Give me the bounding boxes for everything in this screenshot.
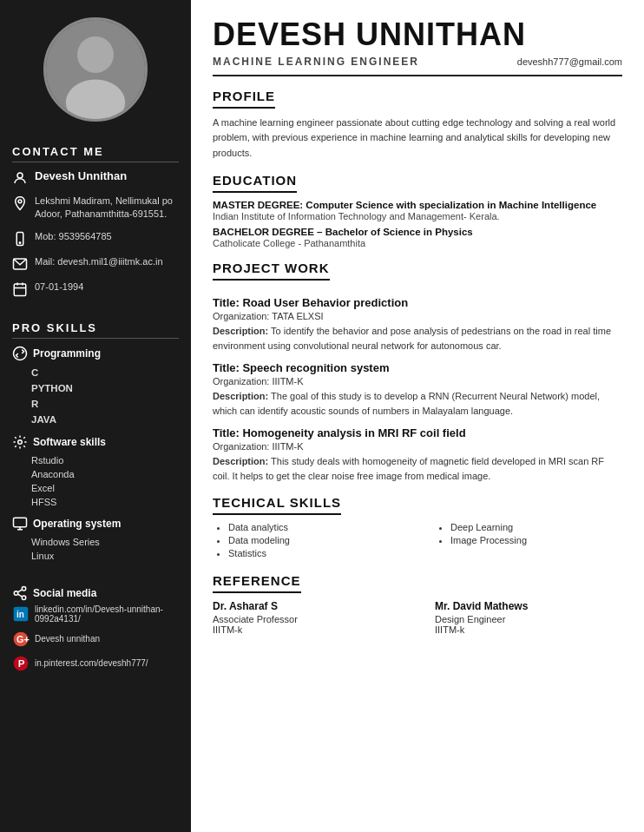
project-2: Title: Speech recognition system Organiz…: [213, 361, 622, 418]
contact-dob: 07-01-1994: [35, 281, 83, 294]
svg-rect-15: [14, 518, 27, 527]
skill-data-modeling: Data modeling: [228, 535, 400, 545]
svg-text:G+: G+: [16, 634, 30, 644]
project-1-title: Title: Road User Behavior prediction: [213, 296, 622, 309]
project-3-org: Organization: IIITM-K: [213, 441, 622, 452]
mail-icon: [12, 256, 28, 272]
pinterest-icon: P: [12, 655, 30, 672]
reference-section: REFERENCE Dr. Asharaf S Associate Profes…: [213, 573, 622, 635]
skill-windows: Windows Series: [31, 535, 179, 549]
svg-point-19: [14, 591, 18, 596]
skill-deep-learning: Deep Learning: [450, 522, 622, 532]
ref-2-role: Design Engineer: [435, 614, 622, 624]
skill-r: R: [31, 396, 179, 412]
contact-email-item: Mail: devesh.mil1@iiitmk.ac.in: [12, 255, 179, 272]
sidebar: CONTACT ME Devesh Unnithan Lekshmi Madir…: [0, 0, 191, 832]
social-subsection-title: Social media: [12, 585, 179, 601]
header-subtitle-row: MACHINE LEARNING ENGINEER deveshh777@gma…: [213, 56, 622, 76]
technical-skills-section: TECHICAL SKILLS Data analytics Data mode…: [213, 495, 622, 561]
svg-point-18: [22, 586, 26, 591]
skill-excel: Excel: [31, 481, 179, 495]
edu-institution-2: Catholicate College - Pathanamthita: [213, 238, 622, 248]
ref-1-name: Dr. Asharaf S: [213, 600, 400, 612]
project-3-title: Title: Homogeneity analysis in MRI RF co…: [213, 426, 622, 439]
resume-header: DEVESH UNNITHAN MACHINE LEARNING ENGINEE…: [213, 17, 622, 76]
svg-text:in: in: [16, 610, 24, 619]
header-email: deveshh777@gmail.com: [517, 56, 622, 67]
programming-skills-list: C PYTHON R JAVA: [12, 365, 179, 427]
svg-line-22: [17, 590, 22, 592]
os-label: Operating system: [33, 518, 121, 530]
programming-label: Programming: [33, 347, 101, 360]
programming-icon: [12, 346, 28, 361]
contact-dob-item: 07-01-1994: [12, 281, 179, 297]
education-title: EDUCATION: [213, 173, 297, 193]
skill-c: C: [31, 365, 179, 380]
skill-image-processing: Image Processing: [450, 535, 622, 545]
header-job-title: MACHINE LEARNING ENGINEER: [213, 56, 419, 68]
project-2-title: Title: Speech recognition system: [213, 361, 622, 374]
social-label: Social media: [33, 587, 96, 599]
profile-title: PROFILE: [213, 89, 275, 109]
contact-email: Mail: devesh.mil1@iiitmk.ac.in: [35, 255, 163, 268]
os-skills-list: Windows Series Linux: [12, 535, 179, 563]
phone-icon: [12, 231, 28, 247]
avatar-area: [0, 0, 191, 135]
linkedin-url: linkedin.com/in/Devesh-unnithan-0992a413…: [35, 604, 179, 624]
skill-data-analytics: Data analytics: [228, 522, 400, 532]
google-item: G+ Devesh unnithan: [12, 631, 179, 648]
skill-hfss: HFSS: [31, 495, 179, 509]
software-label: Software skills: [33, 436, 106, 448]
programming-subsection: Programming: [12, 346, 179, 361]
contact-mobile-item: Mob: 9539564785: [12, 230, 179, 247]
contact-address: Lekshmi Madiram, Nellimukal po Adoor, Pa…: [35, 195, 179, 221]
google-name: Devesh unnithan: [35, 634, 100, 644]
project-section: PROJECT WORK Title: Road User Behavior p…: [213, 261, 622, 483]
reference-title: REFERENCE: [213, 573, 301, 593]
contact-mobile: Mob: 9539564785: [35, 230, 112, 243]
software-icon: [12, 434, 28, 450]
project-title: PROJECT WORK: [213, 261, 330, 281]
pro-skills-title: PRO SKILLS: [12, 321, 179, 339]
project-2-org: Organization: IIITM-K: [213, 376, 622, 386]
contact-name: Devesh Unnithan: [35, 169, 127, 182]
main-content: DEVESH UNNITHAN MACHINE LEARNING ENGINEE…: [191, 0, 644, 832]
svg-point-7: [19, 242, 21, 244]
edu-degree-2: BACHELOR DEGREE – Bachelor of Science in…: [213, 227, 622, 237]
profile-text: A machine learning engineer passionate a…: [213, 116, 622, 162]
social-section: Social media in linkedin.com/in/Devesh-u…: [0, 570, 191, 686]
svg-point-20: [22, 596, 26, 600]
contact-name-item: Devesh Unnithan: [12, 169, 179, 186]
pro-skills-section: PRO SKILLS Programming C PYTHON R JAVA: [0, 313, 191, 570]
skill-rstudio: Rstudio: [31, 453, 179, 467]
project-2-desc: Description: The goal of this study is t…: [213, 389, 622, 418]
contact-address-item: Lekshmi Madiram, Nellimukal po Adoor, Pa…: [12, 195, 179, 221]
project-1-org: Organization: TATA ELXSI: [213, 311, 622, 321]
tech-col-2: Deep Learning Image Processing: [435, 522, 622, 561]
pinterest-url: in.pinterest.com/deveshh777/: [35, 658, 148, 668]
education-item-2: BACHELOR DEGREE – Bachelor of Science in…: [213, 227, 622, 248]
header-name: DEVESH UNNITHAN: [213, 17, 622, 52]
tech-skills-columns: Data analytics Data modeling Statistics …: [213, 522, 622, 561]
person-icon: [12, 170, 28, 186]
linkedin-item: in linkedin.com/in/Devesh-unnithan-0992a…: [12, 604, 179, 624]
education-item-1: MASTER DEGREE: Computer Science with spe…: [213, 200, 622, 221]
skill-statistics: Statistics: [228, 548, 400, 558]
skill-java: JAVA: [31, 412, 179, 427]
reference-row: Dr. Asharaf S Associate Professor IIITM-…: [213, 600, 622, 635]
project-1: Title: Road User Behavior prediction Org…: [213, 296, 622, 353]
skill-anaconda: Anaconda: [31, 467, 179, 481]
location-icon: [12, 195, 28, 211]
ref-2: Mr. David Mathews Design Engineer IIITM-…: [435, 600, 622, 635]
contact-section: CONTACT ME Devesh Unnithan Lekshmi Madir…: [0, 135, 191, 313]
contact-title: CONTACT ME: [12, 145, 179, 162]
ref-1-org: IIITM-k: [213, 624, 400, 635]
svg-point-5: [18, 200, 22, 203]
skill-python: PYTHON: [31, 380, 179, 396]
project-3: Title: Homogeneity analysis in MRI RF co…: [213, 426, 622, 483]
svg-text:P: P: [18, 657, 25, 669]
edu-institution-1: Indian Institute of Information Technolo…: [213, 211, 622, 221]
os-subsection: Operating system: [12, 516, 179, 532]
project-3-desc: Description: This study deals with homog…: [213, 454, 622, 483]
ref-2-org: IIITM-k: [435, 624, 622, 635]
